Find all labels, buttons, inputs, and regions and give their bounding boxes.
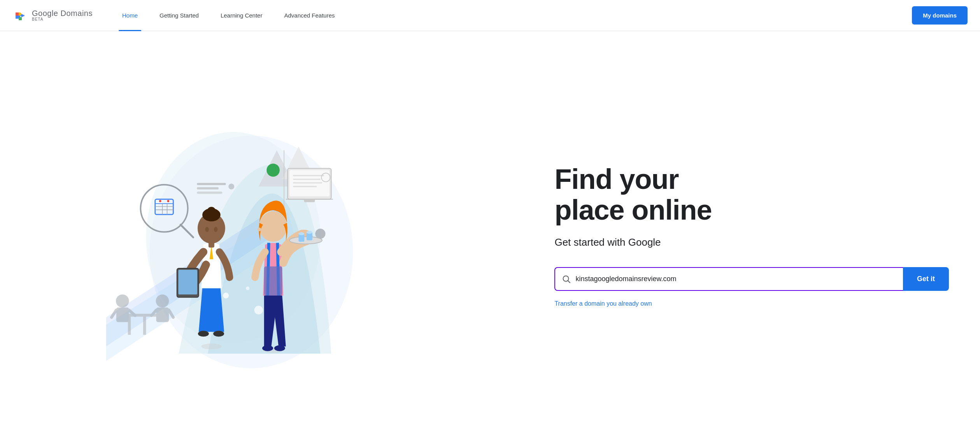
svg-point-40 [214, 227, 217, 232]
svg-point-20 [254, 306, 263, 314]
search-row: Get it [554, 267, 949, 291]
svg-point-39 [205, 227, 209, 232]
nav-learning-center[interactable]: Learning Center [210, 0, 273, 31]
svg-point-54 [274, 345, 285, 351]
svg-rect-45 [264, 266, 282, 296]
svg-point-53 [262, 345, 273, 351]
logo-beta: BETA [32, 18, 93, 21]
search-icon [562, 275, 571, 283]
my-domains-button[interactable]: My domains [912, 6, 968, 25]
svg-point-11 [159, 200, 161, 202]
svg-point-48 [298, 232, 304, 235]
svg-point-62 [156, 294, 169, 308]
svg-point-21 [246, 287, 249, 290]
svg-line-71 [568, 280, 570, 283]
svg-rect-66 [197, 183, 226, 185]
transfer-domain-link[interactable]: Transfer a domain you already own [554, 300, 949, 307]
search-box [554, 267, 903, 291]
nav-getting-started[interactable]: Getting Started [149, 0, 210, 31]
svg-rect-63 [156, 308, 169, 322]
nav-home[interactable]: Home [111, 0, 149, 31]
hero-subtitle: Get started with Google [554, 236, 949, 248]
logo-area[interactable]: Google Domains BETA [12, 8, 93, 23]
domain-search-input[interactable] [575, 268, 896, 290]
svg-point-50 [307, 231, 312, 234]
svg-rect-59 [116, 308, 129, 322]
svg-rect-67 [197, 187, 219, 190]
svg-point-52 [258, 227, 261, 231]
logo-name: Google Domains [32, 9, 93, 17]
svg-point-19 [223, 293, 229, 299]
svg-rect-68 [197, 192, 222, 194]
get-it-button[interactable]: Get it [903, 267, 949, 291]
hero-title-line1: Find your [554, 164, 678, 195]
svg-point-42 [198, 331, 209, 337]
svg-rect-26 [304, 199, 315, 202]
svg-point-43 [213, 331, 224, 337]
svg-point-51 [259, 211, 287, 241]
svg-rect-57 [143, 317, 146, 335]
svg-point-6 [266, 164, 280, 177]
nav-advanced-features[interactable]: Advanced Features [273, 0, 345, 31]
hero-title-line2: place online [554, 194, 712, 225]
svg-point-69 [228, 184, 234, 190]
svg-point-58 [116, 294, 129, 308]
hero-illustration [0, 99, 539, 372]
svg-rect-35 [178, 270, 197, 294]
hero-title: Find your place online [554, 164, 949, 225]
right-content: Find your place online Get started with … [539, 141, 980, 331]
svg-point-12 [167, 200, 170, 202]
logo-text: Google Domains BETA [32, 9, 93, 21]
illustration-area [0, 99, 539, 372]
svg-point-46 [289, 237, 322, 244]
svg-point-38 [207, 207, 216, 215]
svg-point-32 [201, 343, 221, 349]
main-content: Find your place online Get started with … [0, 31, 980, 440]
navbar: Google Domains BETA Home Getting Started… [0, 0, 980, 31]
google-logo-icon [12, 8, 28, 23]
svg-rect-41 [209, 241, 214, 248]
nav-links: Home Getting Started Learning Center Adv… [111, 0, 512, 31]
